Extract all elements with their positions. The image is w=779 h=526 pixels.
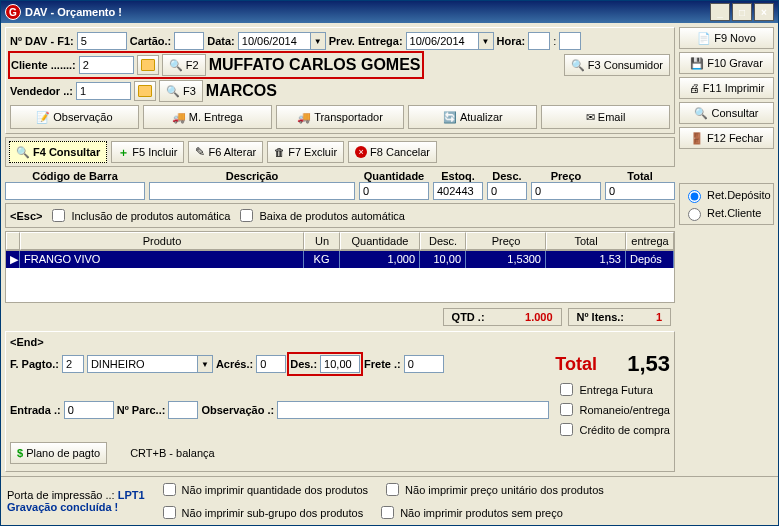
acres-input[interactable]	[256, 355, 286, 373]
f9-novo-button[interactable]: F9 Novo	[679, 27, 774, 49]
itens-label: Nº Itens.:	[577, 311, 624, 323]
vendedor-folder-button[interactable]	[134, 81, 156, 101]
transportador-button[interactable]: Transportador	[276, 105, 405, 129]
cartao-input[interactable]	[174, 32, 204, 50]
frete-input[interactable]	[404, 355, 444, 373]
email-button[interactable]: Email	[541, 105, 670, 129]
ret-cliente-radio[interactable]: Ret.Cliente	[683, 205, 770, 221]
gh-preco[interactable]: Preço	[466, 232, 546, 250]
cartao-label: Cartão.:	[130, 35, 172, 47]
fpagto-select[interactable]	[87, 355, 197, 373]
search-icon	[169, 59, 183, 72]
gh-desc[interactable]: Desc.	[420, 232, 466, 250]
preco-input[interactable]	[531, 182, 601, 200]
obs-input[interactable]	[277, 401, 549, 419]
trash-icon	[274, 146, 285, 158]
fpagto-input[interactable]	[62, 355, 84, 373]
qtd-bar: QTD .: 1.000 Nº Itens.: 1	[5, 306, 675, 328]
hora-h-input[interactable]	[528, 32, 550, 50]
qtd-label: QTD .:	[452, 311, 485, 323]
titlebar: G DAV - Orçamento ! _ □ ×	[1, 1, 778, 23]
gh-quant[interactable]: Quantidade	[340, 232, 420, 250]
minimize-button[interactable]: _	[710, 3, 730, 21]
romaneio-checkbox[interactable]: Romaneio/entrega	[556, 400, 670, 419]
prev-input[interactable]	[406, 32, 478, 50]
noprint-qtd-checkbox[interactable]: Não imprimir quantidade dos produtos	[159, 480, 369, 499]
itens-value: 1	[632, 311, 662, 323]
ret-deposito-radio[interactable]: Ret.Depósito	[683, 187, 770, 203]
refresh-icon	[443, 111, 457, 124]
hora-m-input[interactable]	[559, 32, 581, 50]
baixa-checkbox[interactable]: Baixa de produtos automática	[236, 206, 405, 225]
new-icon	[697, 32, 711, 45]
col-descp: Desc.	[487, 170, 527, 182]
truck-icon	[297, 111, 311, 124]
print-icon	[689, 82, 700, 94]
credito-checkbox[interactable]: Crédito de compra	[556, 420, 670, 439]
data-input[interactable]	[238, 32, 310, 50]
fpagto-dropdown[interactable]: ▼	[197, 355, 213, 373]
f2-button[interactable]: F2	[162, 54, 206, 76]
f3-button[interactable]: F3	[159, 80, 203, 102]
descp-input[interactable]	[487, 182, 527, 200]
consultar-button[interactable]: Consultar	[679, 102, 774, 124]
side-panel: F9 Novo F10 Gravar F11 Imprimir Consulta…	[679, 27, 774, 472]
porta-label: Porta de impressão ..:	[7, 489, 115, 501]
desc-input[interactable]	[149, 182, 355, 200]
close-button[interactable]: ×	[754, 3, 774, 21]
f4-consultar-button[interactable]: F4 Consultar	[9, 141, 107, 163]
gh-total[interactable]: Total	[546, 232, 626, 250]
f10-gravar-button[interactable]: F10 Gravar	[679, 52, 774, 74]
f12-fechar-button[interactable]: F12 Fechar	[679, 127, 774, 149]
nparc-input[interactable]	[168, 401, 198, 419]
inclusao-checkbox[interactable]: Inclusão de produtos automática	[48, 206, 230, 225]
entrada-input[interactable]	[64, 401, 114, 419]
atualizar-button[interactable]: Atualizar	[408, 105, 537, 129]
noprint-sempreco-checkbox[interactable]: Não imprimir produtos sem preço	[377, 503, 563, 522]
quant-input[interactable]	[359, 182, 429, 200]
maximize-button[interactable]: □	[732, 3, 752, 21]
vendedor-input[interactable]	[76, 82, 131, 100]
f7-excluir-button[interactable]: F7 Excluir	[267, 141, 344, 163]
f11-imprimir-button[interactable]: F11 Imprimir	[679, 77, 774, 99]
entry-columns: Código de Barra Descrição Quantidade Est…	[5, 170, 675, 200]
prev-dropdown[interactable]: ▼	[478, 32, 494, 50]
gh-produto[interactable]: Produto	[20, 232, 304, 250]
hora-label: Hora:	[497, 35, 526, 47]
col-estoq: Estoq.	[433, 170, 483, 182]
gh-un[interactable]: Un	[304, 232, 340, 250]
m-entrega-button[interactable]: M. Entrega	[143, 105, 272, 129]
products-grid[interactable]: Produto Un Quantidade Desc. Preço Total …	[5, 231, 675, 303]
codigo-input[interactable]	[5, 182, 145, 200]
crtb-label: CRT+B - balança	[130, 447, 214, 459]
search-icon	[571, 59, 585, 72]
footer-panel: <End> F. Pagto.: ▼ Acrés.: Des.: Frete .…	[5, 331, 675, 472]
window-title: DAV - Orçamento !	[25, 6, 710, 18]
acres-label: Acrés.:	[216, 358, 253, 370]
plano-pagto-button[interactable]: $Plano de pagto	[10, 442, 107, 464]
dav-input[interactable]	[77, 32, 127, 50]
nparc-label: Nº Parc..:	[117, 404, 166, 416]
data-dropdown[interactable]: ▼	[310, 32, 326, 50]
estoq-input[interactable]	[433, 182, 483, 200]
cliente-folder-button[interactable]	[137, 55, 159, 75]
f8-cancelar-button[interactable]: ×F8 Cancelar	[348, 141, 437, 163]
observacao-button[interactable]: Observação	[10, 105, 139, 129]
entrega-futura-checkbox[interactable]: Entrega Futura	[556, 380, 670, 399]
entrada-label: Entrada .:	[10, 404, 61, 416]
app-icon: G	[5, 4, 21, 20]
prev-label: Prev. Entrega:	[329, 35, 403, 47]
col-total: Total	[605, 170, 675, 182]
f3-consumidor-button[interactable]: F3 Consumidor	[564, 54, 670, 76]
noprint-preco-checkbox[interactable]: Não imprimir preço unitário dos produtos	[382, 480, 604, 499]
gh-entrega[interactable]: entrega	[626, 232, 674, 250]
noprint-sub-checkbox[interactable]: Não imprimir sub-grupo dos produtos	[159, 503, 364, 522]
search-icon	[16, 146, 30, 159]
f5-incluir-button[interactable]: ＋F5 Incluir	[111, 141, 184, 163]
total-input[interactable]	[605, 182, 675, 200]
table-row[interactable]: ▶FRANGO VIVOKG1,00010,001,53001,53Depós	[6, 251, 674, 268]
porta-value: LPT1	[118, 489, 145, 501]
cliente-input[interactable]	[79, 56, 134, 74]
f6-alterar-button[interactable]: F6 Alterar	[188, 141, 263, 163]
des-input[interactable]	[320, 355, 360, 373]
